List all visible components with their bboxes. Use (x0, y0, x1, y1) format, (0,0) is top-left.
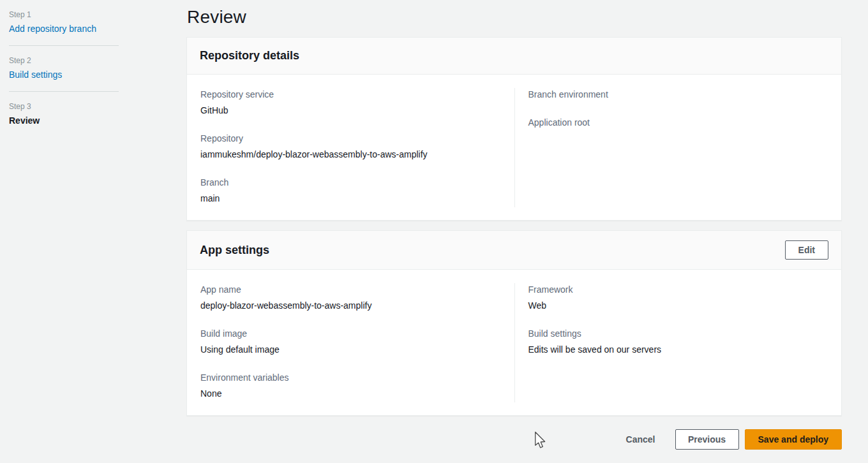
wizard-steps-nav: Step 1 Add repository branch Step 2 Buil… (9, 10, 175, 126)
field-value: main (200, 192, 501, 205)
previous-button[interactable]: Previous (675, 429, 739, 450)
field-label: Application root (528, 116, 828, 129)
field-value: GitHub (200, 104, 501, 117)
step-1-number: Step 1 (9, 10, 175, 19)
repository-details-body: Repository service GitHub Repository iam… (187, 75, 841, 220)
field-value: Edits will be saved on our servers (528, 343, 828, 356)
app-settings-card: App settings Edit App name deploy-blazor… (186, 230, 842, 416)
app-settings-body: App name deploy-blazor-webassembly-to-aw… (187, 270, 841, 415)
field-value: Using default image (200, 343, 501, 356)
field-label: Environment variables (200, 371, 501, 384)
save-and-deploy-button[interactable]: Save and deploy (745, 429, 842, 450)
field-value: Web (528, 299, 828, 312)
step-divider (9, 91, 119, 92)
repository-details-title: Repository details (200, 49, 299, 62)
repository-details-header: Repository details (187, 38, 841, 75)
step-2-number: Step 2 (9, 56, 175, 65)
edit-button[interactable]: Edit (785, 240, 828, 260)
field-label: Branch (200, 176, 501, 189)
field-repository: Repository iammukeshm/deploy-blazor-weba… (200, 132, 501, 161)
app-settings-left-column: App name deploy-blazor-webassembly-to-aw… (187, 283, 514, 402)
sidebar-item-build-settings[interactable]: Build settings (9, 70, 175, 80)
repository-details-left-column: Repository service GitHub Repository iam… (187, 88, 514, 207)
field-branch: Branch main (200, 176, 501, 205)
app-settings-right-column: Framework Web Build settings Edits will … (514, 283, 842, 402)
sidebar-item-review-current: Review (9, 115, 175, 126)
wizard-footer-actions: Cancel Previous Save and deploy (186, 429, 842, 450)
step-3-number: Step 3 (9, 102, 175, 111)
field-branch-environment: Branch environment (528, 88, 828, 101)
field-application-root: Application root (528, 116, 828, 129)
field-value: iammukeshm/deploy-blazor-webassembly-to-… (200, 148, 501, 161)
field-label: Repository (200, 132, 501, 145)
field-label: Build settings (528, 327, 828, 340)
field-label: Branch environment (528, 88, 828, 101)
app-settings-title: App settings (200, 244, 269, 257)
app-settings-header: App settings Edit (187, 231, 841, 270)
cancel-button[interactable]: Cancel (626, 434, 655, 445)
step-divider (9, 45, 119, 46)
field-value: None (200, 387, 501, 400)
repository-details-right-column: Branch environment Application root (514, 88, 842, 207)
field-label: App name (200, 283, 501, 296)
page-title: Review (187, 7, 842, 27)
field-build-settings: Build settings Edits will be saved on ou… (528, 327, 828, 356)
main-content: Review Repository details Repository ser… (186, 0, 842, 450)
field-value: deploy-blazor-webassembly-to-aws-amplify (200, 299, 501, 312)
field-label: Build image (200, 327, 501, 340)
field-build-image: Build image Using default image (200, 327, 501, 356)
field-label: Framework (528, 283, 828, 296)
sidebar-item-add-repository-branch[interactable]: Add repository branch (9, 24, 175, 34)
repository-details-card: Repository details Repository service Gi… (186, 37, 842, 221)
field-environment-variables: Environment variables None (200, 371, 501, 400)
field-framework: Framework Web (528, 283, 828, 312)
field-repository-service: Repository service GitHub (200, 88, 501, 117)
field-app-name: App name deploy-blazor-webassembly-to-aw… (200, 283, 501, 312)
field-label: Repository service (200, 88, 501, 101)
